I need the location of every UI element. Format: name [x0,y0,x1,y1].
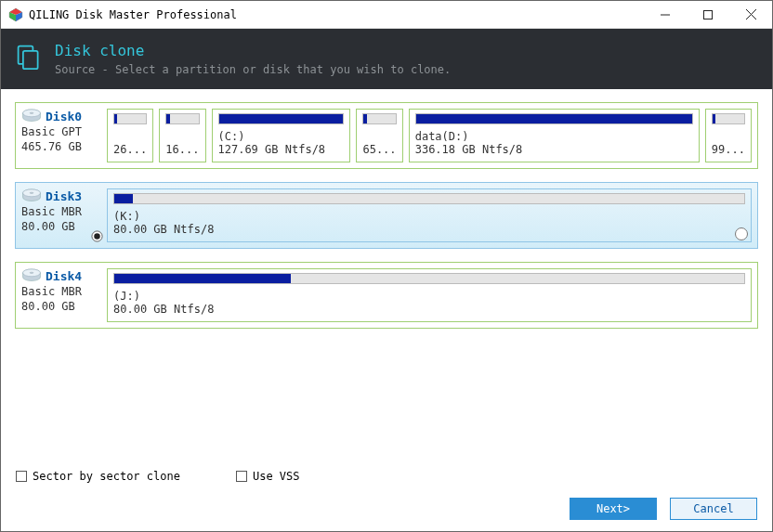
window-title: QILING Disk Master Professional [29,8,237,21]
disk-row[interactable]: Disk4Basic MBR80.00 GB(J:)80.00 GB Ntfs/… [15,262,758,329]
disk-size: 80.00 GB [21,220,75,233]
clone-icon [16,44,42,70]
disk-name: Disk3 [46,189,82,203]
sector-by-sector-checkbox[interactable]: Sector by sector clone [16,470,180,483]
partition-info: 99... [712,143,745,156]
svg-point-15 [30,192,34,194]
partition-info: 336.18 GB Ntfs/8 [415,143,693,156]
svg-rect-9 [23,51,38,69]
page-title: Disk clone [55,42,451,59]
title-bar: QILING Disk Master Professional [1,1,772,29]
usage-bar [415,113,693,124]
vss-label: Use VSS [253,470,300,483]
options-row: Sector by sector clone Use VSS [1,464,772,492]
disk-list: Disk0Basic GPT465.76 GB26...16...(C:)127… [1,89,772,464]
usage-bar [113,193,745,204]
usage-bar [362,113,396,124]
sector-label: Sector by sector clone [33,470,180,483]
partition-label [712,130,745,143]
partition-info: 80.00 GB Ntfs/8 [113,223,745,236]
partition[interactable]: 26... [107,109,153,162]
partition[interactable]: (C:)127.69 GB Ntfs/8 [212,109,351,162]
partition[interactable]: (K:)80.00 GB Ntfs/8 [107,188,752,242]
next-button[interactable]: Next> [570,498,657,520]
partitions: 26...16...(C:)127.69 GB Ntfs/865...data(… [105,103,757,168]
partition-label [362,130,396,143]
svg-point-17 [94,233,100,240]
usage-bar [113,273,745,284]
page-header: Disk clone Source - Select a partition o… [1,29,772,89]
partitions: (J:)80.00 GB Ntfs/8 [105,263,757,328]
partition-label: data(D:) [415,130,693,143]
maximize-button[interactable] [687,1,729,29]
disk-size: 80.00 GB [21,300,75,313]
usage-bar [712,113,745,124]
minimize-button[interactable] [644,1,687,29]
checkbox-icon [16,471,27,482]
partition[interactable]: 65... [356,109,402,162]
close-button[interactable] [729,1,772,29]
disk-type: Basic MBR [21,285,82,298]
partition[interactable]: data(D:)336.18 GB Ntfs/8 [409,109,700,162]
svg-rect-5 [704,10,713,19]
partition-info: 16... [165,143,199,156]
disk-type: Basic GPT [21,125,82,138]
usage-bar [113,113,147,124]
disk-info: Disk4Basic MBR80.00 GB [16,263,105,328]
disk-row[interactable]: Disk0Basic GPT465.76 GB26...16...(C:)127… [15,102,758,169]
partition-label: (C:) [218,130,345,143]
disk-type: Basic MBR [21,205,82,218]
partition[interactable]: 16... [159,109,205,162]
radio-unselected-icon[interactable] [735,227,748,240]
page-subtitle: Source - Select a partition or disk that… [55,63,451,76]
radio-selected-icon[interactable] [91,230,103,242]
disk-name: Disk0 [46,110,82,123]
partition-info: 80.00 GB Ntfs/8 [113,303,745,316]
checkbox-icon [236,471,247,482]
disk-info: Disk0Basic GPT465.76 GB [16,103,105,168]
disk-row[interactable]: Disk3Basic MBR80.00 GB(K:)80.00 GB Ntfs/… [15,182,758,249]
disk-name: Disk4 [46,269,82,283]
svg-point-12 [30,112,34,114]
footer: Next> Cancel [1,492,772,531]
cancel-button[interactable]: Cancel [670,498,757,520]
app-logo-icon [8,7,23,22]
partition-label [165,130,199,143]
disk-size: 465.76 GB [21,140,82,153]
partition[interactable]: (J:)80.00 GB Ntfs/8 [107,268,752,322]
partition-info: 26... [113,143,147,156]
disk-info: Disk3Basic MBR80.00 GB [16,183,105,248]
partition[interactable]: 99... [705,109,752,162]
partition-label [113,130,147,143]
partitions: (K:)80.00 GB Ntfs/8 [105,183,757,248]
svg-point-20 [30,272,34,274]
partition-info: 127.69 GB Ntfs/8 [218,143,345,156]
partition-label: (J:) [113,290,745,303]
usage-bar [218,113,345,124]
partition-info: 65... [362,143,396,156]
partition-label: (K:) [113,210,745,223]
use-vss-checkbox[interactable]: Use VSS [236,470,300,483]
usage-bar [165,113,199,124]
